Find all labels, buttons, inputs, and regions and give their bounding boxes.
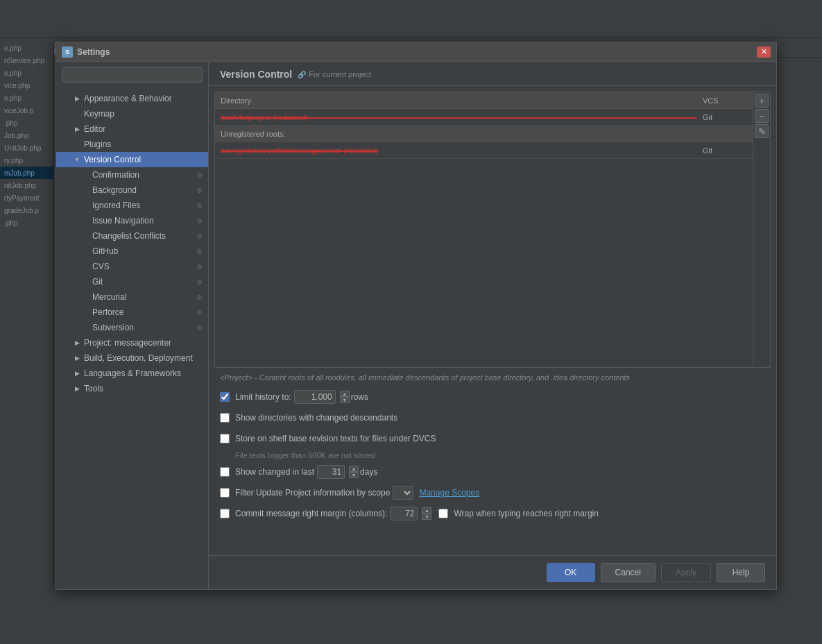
vcs-registered-type: Git (697, 113, 753, 121)
ide-toolbar (0, 0, 822, 38)
file-item[interactable]: e.php (0, 42, 53, 54)
sidebar-item-label: Project: messagecenter (84, 338, 171, 348)
file-item[interactable]: nitJob.php (0, 179, 53, 192)
settings-gear-icon: ⚙ (196, 187, 203, 194)
show-changed-checkbox[interactable] (220, 467, 230, 477)
scope-dropdown[interactable] (393, 486, 413, 500)
file-item[interactable]: .php (0, 217, 53, 229)
dialog-close-button[interactable]: ✕ (757, 46, 771, 58)
sidebar-tree: Appearance & Behavior Keymap Editor (56, 88, 208, 589)
show-changed-label-before: Show changed in last (235, 467, 314, 477)
cancel-button[interactable]: Cancel (601, 563, 656, 582)
sidebar-item-label: Keymap (84, 109, 114, 119)
sidebar-item-label: Changelist Conflicts (92, 231, 166, 241)
sidebar-item-ignored-files[interactable]: Ignored Files ⚙ (56, 198, 208, 213)
settings-dialog: S Settings ✕ Appearance & Behavior (55, 42, 777, 590)
commit-margin-spinner: ▲ ▼ (422, 507, 431, 520)
show-directories-checkbox[interactable] (220, 413, 230, 423)
col-header-directory: Directory (215, 96, 697, 105)
sidebar-item-subversion[interactable]: Subversion ⚙ (56, 320, 208, 335)
sidebar-item-project[interactable]: Project: messagecenter (56, 335, 208, 350)
spinner-down[interactable]: ▼ (340, 397, 350, 403)
apply-button[interactable]: Apply (661, 563, 711, 582)
remove-vcs-button[interactable]: − (755, 109, 769, 123)
spinner-up[interactable]: ▲ (422, 507, 431, 514)
sidebar-item-languages[interactable]: Languages & Frameworks (56, 366, 208, 381)
file-item[interactable]: vice.php (0, 79, 53, 92)
sidebar-item-issue-navigation[interactable]: Issue Navigation ⚙ (56, 213, 208, 228)
sidebar-item-mercurial[interactable]: Mercurial ⚙ (56, 289, 208, 305)
sidebar-item-keymap[interactable]: Keymap (56, 106, 208, 121)
file-item[interactable]: nService.php (0, 54, 53, 67)
sidebar-item-background[interactable]: Background ⚙ (56, 183, 208, 198)
add-vcs-button[interactable]: + (755, 94, 769, 108)
content-area: Version Control For current project Dire… (209, 62, 776, 589)
file-item[interactable]: rtyPayment. (0, 192, 53, 204)
sidebar-item-version-control[interactable]: Version Control (56, 152, 208, 167)
sidebar-item-build[interactable]: Build, Execution, Deployment (56, 350, 208, 366)
arrow-icon (73, 339, 81, 347)
content-subtitle: For current project (298, 70, 371, 78)
vcs-registered-path: /path/to/project (redacted) (215, 113, 697, 121)
arrow-icon (73, 155, 81, 164)
filter-update-checkbox[interactable] (220, 488, 230, 498)
file-item[interactable]: viceJob.p (0, 104, 53, 117)
settings-note: <Project> - Content roots of all modules… (220, 373, 765, 382)
arrow-icon (73, 94, 81, 103)
file-item[interactable]: UnitJob.php (0, 142, 53, 154)
content-title: Version Control (220, 69, 292, 80)
sidebar-item-appearance[interactable]: Appearance & Behavior (56, 91, 208, 106)
store-shelf-checkbox[interactable] (220, 434, 230, 443)
limit-history-checkbox[interactable] (220, 392, 230, 402)
file-item[interactable]: Job.php (0, 129, 53, 142)
sidebar-item-editor[interactable]: Editor (56, 121, 208, 137)
limit-history-spinner: ▲ ▼ (340, 391, 350, 403)
sidebar-item-cvs[interactable]: CVS ⚙ (56, 259, 208, 274)
sidebar-item-plugins[interactable]: Plugins (56, 137, 208, 152)
vcs-table: Directory VCS /path/to/project (redacted… (215, 92, 753, 367)
dialog-titlebar: S Settings ✕ (56, 42, 776, 62)
settings-gear-icon: ⚙ (196, 232, 203, 240)
vcs-unregistered-type: Git (697, 146, 753, 155)
vcs-unregistered-header: Unregistered roots: (215, 126, 753, 142)
sidebar-item-github[interactable]: GitHub ⚙ (56, 244, 208, 259)
help-button[interactable]: Help (717, 563, 765, 582)
file-item[interactable]: e.php (0, 67, 53, 79)
vcs-registered-row[interactable]: /path/to/project (redacted) Git (215, 109, 753, 126)
arrow-icon (73, 384, 81, 393)
file-item-active[interactable]: mJob.php (0, 167, 53, 179)
dialog-body: Appearance & Behavior Keymap Editor (56, 62, 776, 589)
store-shelf-label: Store on shelf base revision texts for f… (235, 434, 436, 443)
show-changed-spinner: ▲ ▼ (349, 466, 359, 478)
ok-button[interactable]: OK (547, 563, 595, 582)
settings-icon: S (62, 46, 73, 58)
commit-margin-input[interactable] (390, 507, 418, 520)
settings-area: <Project> - Content roots of all modules… (209, 368, 776, 555)
spinner-down[interactable]: ▼ (422, 514, 431, 520)
sidebar-item-confirmation[interactable]: Confirmation ⚙ (56, 167, 208, 183)
search-input[interactable] (62, 67, 203, 83)
wrap-checkbox[interactable] (438, 509, 448, 518)
sidebar-item-label: Build, Execution, Deployment (84, 353, 193, 363)
sidebar-item-changelist-conflicts[interactable]: Changelist Conflicts ⚙ (56, 228, 208, 244)
wrap-label: Wrap when typing reaches right margin (454, 509, 599, 518)
manage-scopes-link[interactable]: Manage Scopes (419, 488, 479, 498)
unregistered-label: Unregistered roots: (221, 130, 286, 138)
edit-vcs-button[interactable]: ✎ (755, 124, 769, 138)
file-item[interactable]: gradeJob.p (0, 204, 53, 217)
sidebar-item-tools[interactable]: Tools (56, 381, 208, 396)
file-item[interactable]: .php (0, 117, 53, 129)
sidebar-item-perforce[interactable]: Perforce ⚙ (56, 305, 208, 320)
sidebar-item-git[interactable]: Git ⚙ (56, 274, 208, 289)
limit-history-input[interactable] (294, 390, 336, 404)
spinner-up[interactable]: ▲ (340, 391, 350, 397)
spinner-up[interactable]: ▲ (349, 466, 359, 472)
arrow-icon (73, 125, 81, 133)
vcs-unregistered-row[interactable]: /unregistered/path/to/managecenter (reda… (215, 142, 753, 159)
file-item[interactable]: ry.php (0, 154, 53, 167)
show-changed-input[interactable] (317, 465, 345, 479)
sidebar-item-label: Git (92, 277, 103, 287)
commit-margin-checkbox[interactable] (220, 509, 230, 518)
spinner-down[interactable]: ▼ (349, 472, 359, 478)
file-item[interactable]: e.php (0, 92, 53, 104)
